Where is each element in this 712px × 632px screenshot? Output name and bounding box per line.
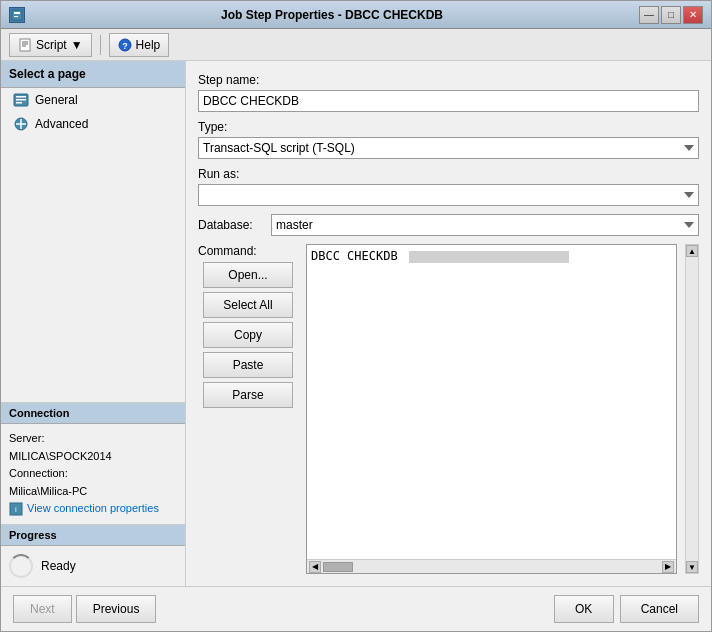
- scroll-track: [323, 562, 660, 572]
- svg-text:i: i: [15, 505, 17, 514]
- close-button[interactable]: ✕: [683, 6, 703, 24]
- scroll-down-arrow[interactable]: ▼: [686, 561, 698, 573]
- connection-label: Connection:: [9, 465, 177, 483]
- view-connection-label: View connection properties: [27, 500, 159, 518]
- command-label: Command:: [198, 244, 257, 258]
- scroll-right-arrow[interactable]: ▶: [662, 561, 674, 573]
- help-button[interactable]: ? Help: [109, 33, 170, 57]
- general-label: General: [35, 93, 78, 107]
- title-bar: Job Step Properties - DBCC CHECKDB — □ ✕: [1, 1, 711, 29]
- connection-header: Connection: [1, 403, 185, 424]
- command-left: Command: Open... Select All Copy Paste P…: [198, 244, 298, 574]
- connection-value: Milica\Milica-PC: [9, 483, 177, 501]
- parse-button[interactable]: Parse: [203, 382, 293, 408]
- general-icon: [13, 92, 29, 108]
- run-as-select[interactable]: [198, 184, 699, 206]
- server-label: Server:: [9, 430, 177, 448]
- script-dropdown-icon: ▼: [71, 38, 83, 52]
- run-as-group: Run as:: [198, 167, 699, 206]
- step-name-group: Step name:: [198, 73, 699, 112]
- run-as-label: Run as:: [198, 167, 699, 181]
- right-panel: Step name: Type: Transact-SQL script (T-…: [186, 61, 711, 586]
- open-button[interactable]: Open...: [203, 262, 293, 288]
- svg-rect-11: [16, 99, 26, 101]
- scroll-thumb[interactable]: [323, 562, 353, 572]
- svg-text:?: ?: [122, 41, 128, 51]
- title-controls: — □ ✕: [639, 6, 703, 24]
- connection-content: Server: MILICA\SPOCK2014 Connection: Mil…: [1, 424, 185, 524]
- script-label: Script: [36, 38, 67, 52]
- view-connection-properties-link[interactable]: i View connection properties: [9, 500, 177, 518]
- sidebar-header: Select a page: [1, 61, 185, 88]
- step-name-input[interactable]: [198, 90, 699, 112]
- svg-rect-0: [12, 10, 22, 20]
- svg-rect-3: [20, 39, 30, 51]
- type-group: Type: Transact-SQL script (T-SQL): [198, 120, 699, 159]
- server-value: MILICA\SPOCK2014: [9, 448, 177, 466]
- sidebar-item-advanced[interactable]: Advanced: [1, 112, 185, 136]
- advanced-icon: [13, 116, 29, 132]
- main-content: Select a page General: [1, 61, 711, 586]
- main-window: Job Step Properties - DBCC CHECKDB — □ ✕…: [0, 0, 712, 632]
- window-title: Job Step Properties - DBCC CHECKDB: [25, 8, 639, 22]
- minimize-button[interactable]: —: [639, 6, 659, 24]
- svg-rect-10: [16, 96, 26, 98]
- advanced-label: Advanced: [35, 117, 88, 131]
- svg-rect-2: [14, 16, 18, 17]
- redacted-text: [409, 251, 569, 263]
- command-area: Command: Open... Select All Copy Paste P…: [198, 244, 699, 574]
- progress-section: Progress Ready: [1, 524, 185, 586]
- next-button[interactable]: Next: [13, 595, 72, 623]
- paste-button[interactable]: Paste: [203, 352, 293, 378]
- step-name-label: Step name:: [198, 73, 699, 87]
- svg-rect-1: [14, 12, 20, 14]
- bottom-bar: Next Previous OK Cancel: [1, 586, 711, 631]
- command-textarea-wrapper: DBCC CHECKDB ◀ ▶: [306, 244, 677, 574]
- script-button[interactable]: Script ▼: [9, 33, 92, 57]
- progress-header: Progress: [1, 525, 185, 546]
- horizontal-scrollbar[interactable]: ◀ ▶: [307, 559, 676, 573]
- vertical-scrollbar: ▲ ▼: [685, 244, 699, 574]
- ok-button[interactable]: OK: [554, 595, 614, 623]
- connection-section: Connection Server: MILICA\SPOCK2014 Conn…: [1, 402, 185, 524]
- command-text: DBCC CHECKDB: [311, 249, 569, 263]
- toolbar: Script ▼ ? Help: [1, 29, 711, 61]
- link-icon: i: [9, 502, 23, 516]
- select-all-button[interactable]: Select All: [203, 292, 293, 318]
- scroll-left-arrow[interactable]: ◀: [309, 561, 321, 573]
- type-select[interactable]: Transact-SQL script (T-SQL): [198, 137, 699, 159]
- previous-button[interactable]: Previous: [76, 595, 157, 623]
- nav-buttons: Next Previous: [13, 595, 156, 623]
- sidebar-item-general[interactable]: General: [1, 88, 185, 112]
- type-label: Type:: [198, 120, 699, 134]
- toolbar-separator: [100, 35, 101, 55]
- sidebar: Select a page General: [1, 61, 186, 586]
- database-row: Database: master: [198, 214, 699, 236]
- command-display: DBCC CHECKDB: [307, 245, 676, 559]
- spinner-icon: [9, 554, 33, 578]
- script-icon: [18, 38, 32, 52]
- svg-rect-12: [16, 102, 22, 104]
- window-icon: [9, 7, 25, 23]
- database-label: Database:: [198, 218, 263, 232]
- action-buttons: OK Cancel: [554, 595, 699, 623]
- scroll-track-vertical: [686, 257, 698, 561]
- progress-status: Ready: [41, 559, 76, 573]
- scroll-up-arrow[interactable]: ▲: [686, 245, 698, 257]
- help-label: Help: [136, 38, 161, 52]
- cancel-button[interactable]: Cancel: [620, 595, 699, 623]
- copy-button[interactable]: Copy: [203, 322, 293, 348]
- database-select[interactable]: master: [271, 214, 699, 236]
- progress-content: Ready: [1, 546, 185, 586]
- help-icon: ?: [118, 38, 132, 52]
- maximize-button[interactable]: □: [661, 6, 681, 24]
